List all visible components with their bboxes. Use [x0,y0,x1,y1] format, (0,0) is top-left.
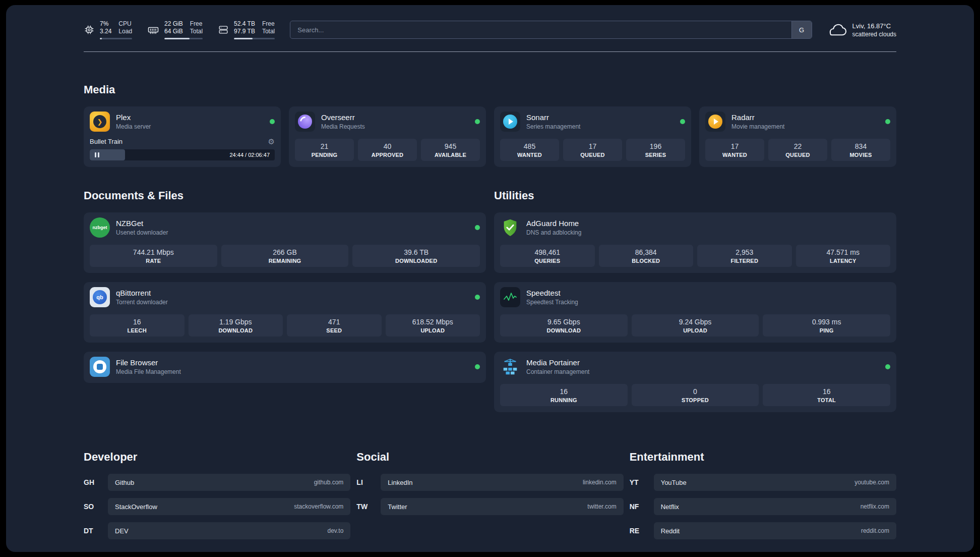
speedtest-card[interactable]: Speedtest Speedtest Tracking 9.65 Gbps D… [494,282,896,343]
stat-value: 945 [423,142,478,150]
playback-progress-bar[interactable]: 24:44 / 02:06:47 [90,149,275,160]
stat-tile: 39.6 TB DOWNLOADED [352,245,480,267]
adguard-card[interactable]: AdGuard Home DNS and adblocking 498,461 … [494,212,896,273]
stat-tile: 9.24 Gbps UPLOAD [632,314,759,337]
app-desc: Media File Management [116,368,181,375]
section-developer: Developer GH Github github.com SO StackO… [84,451,350,546]
stat-label: SERIES [628,152,683,158]
app-name: Sonarr [526,113,580,122]
stat-value: 266 GB [223,248,347,256]
stat-value: 471 [289,318,380,326]
stat-label: WANTED [502,152,557,158]
gear-icon[interactable]: ⚙ [268,138,275,145]
qbittorrent-card[interactable]: qb qBittorrent Torrent downloader 16 LEE… [84,282,486,343]
stat-value: 618.52 Mbps [388,318,478,326]
bookmark-abbr: LI [356,478,374,486]
bookmark-link-reddit[interactable]: Reddit reddit.com [654,522,896,539]
stat-value: 834 [833,142,888,150]
section-utilities: Utilities [494,189,896,412]
bookmark-url: github.com [314,479,344,486]
status-dot [475,364,480,369]
sonarr-card[interactable]: Sonarr Series management 485 WANTED 17 Q… [494,106,691,167]
app-name: Speedtest [526,289,578,297]
status-dot [475,225,480,230]
storage-widget: 52.4 TB 97.9 TB Free Total [218,20,275,39]
app-desc: Media server [116,123,151,130]
stat-tile: 16 LEECH [90,314,185,337]
status-dot [270,119,275,124]
stat-label: DOWNLOAD [502,327,626,333]
nzbget-card[interactable]: nzbget NZBGet Usenet downloader 744.21 M… [84,212,486,273]
bookmark-link-linkedin[interactable]: LinkedIn linkedin.com [381,474,623,491]
social-section-title: Social [356,451,623,464]
stat-value: 16 [92,318,182,326]
stat-label: SEED [289,327,380,333]
bookmark-name: Github [115,479,134,486]
radarr-card[interactable]: Radarr Movie management 17 WANTED 22 QUE… [699,106,896,167]
memory-usage-bar [164,38,203,39]
stat-tile: 9.65 Gbps DOWNLOAD [500,314,628,337]
overseerr-card[interactable]: Overseerr Media Requests 21 PENDING 40 A… [289,106,486,167]
bookmark-link-netflix[interactable]: Netflix netflix.com [654,498,896,515]
bookmark-abbr: GH [84,478,101,486]
stat-tile: 40 APPROVED [358,139,417,161]
stat-tile: 2,953 FILTERED [697,245,792,267]
pause-icon[interactable] [90,152,99,157]
stat-value: 9.24 Gbps [634,318,757,326]
search-bar: G [290,21,812,39]
bookmark-link-youtube[interactable]: YouTube youtube.com [654,474,896,491]
system-stats: 7% 3.24 CPU Load [84,20,275,39]
bookmark-row: TW Twitter twitter.com [356,498,623,515]
status-dot [885,364,890,369]
stat-value: 21 [297,142,352,150]
stat-label: LATENCY [798,258,889,264]
app-name: NZBGet [116,219,168,228]
bookmark-row: RE Reddit reddit.com [630,522,896,539]
stat-label: QUEUED [565,152,620,158]
filebrowser-icon [90,357,110,377]
app-desc: Torrent downloader [116,299,168,306]
portainer-icon [500,357,520,377]
stat-label: RUNNING [502,397,626,403]
app-desc: Series management [526,123,580,130]
nzbget-icon: nzbget [90,217,110,238]
bookmark-link-github[interactable]: Github github.com [108,474,350,491]
app-desc: Movie management [731,123,784,130]
stat-value: 9.65 Gbps [502,318,626,326]
stat-label: MOVIES [833,152,888,158]
stat-tile: 266 GB REMAINING [221,245,349,267]
developer-section-title: Developer [84,451,350,464]
stat-tile: 22 QUEUED [768,139,827,161]
stat-tile: 17 QUEUED [563,139,622,161]
stat-value: 47.571 ms [798,248,889,256]
bookmark-link-dev[interactable]: DEV dev.to [108,522,350,539]
plex-card[interactable]: ❯ Plex Media server Bullet Train ⚙ [84,106,281,167]
bookmark-abbr: DT [84,527,101,535]
radarr-icon [705,112,725,132]
stat-tile: 1.19 Gbps DOWNLOAD [189,314,283,337]
bookmark-link-stackoverflow[interactable]: StackOverflow stackoverflow.com [108,498,350,515]
app-name: File Browser [116,358,181,367]
bookmark-name: DEV [115,527,129,535]
portainer-card[interactable]: Media Portainer Container management 16 … [494,352,896,412]
cpu-label-1: CPU [118,20,132,28]
bookmark-link-twitter[interactable]: Twitter twitter.com [381,498,623,515]
stat-label: LEECH [92,327,182,333]
stat-label: RATE [92,258,215,264]
bookmark-row: DT DEV dev.to [84,522,350,539]
topbar-divider [84,51,896,52]
bookmark-url: netflix.com [861,503,889,510]
bookmark-row: SO StackOverflow stackoverflow.com [84,498,350,515]
stat-tile: 21 PENDING [295,139,354,161]
media-section-title: Media [84,83,896,96]
bookmark-url: reddit.com [861,527,889,534]
filebrowser-card[interactable]: File Browser Media File Management [84,352,486,383]
search-engine-button[interactable]: G [791,21,812,38]
storage-free-value: 52.4 TB [234,20,255,28]
stat-label: APPROVED [360,152,415,158]
sonarr-icon [500,112,520,132]
utilities-section-title: Utilities [494,189,896,202]
weather-widget: Lviv, 16.87°C scattered clouds [827,22,896,38]
search-input[interactable] [290,21,791,38]
bookmark-name: Twitter [388,503,407,511]
